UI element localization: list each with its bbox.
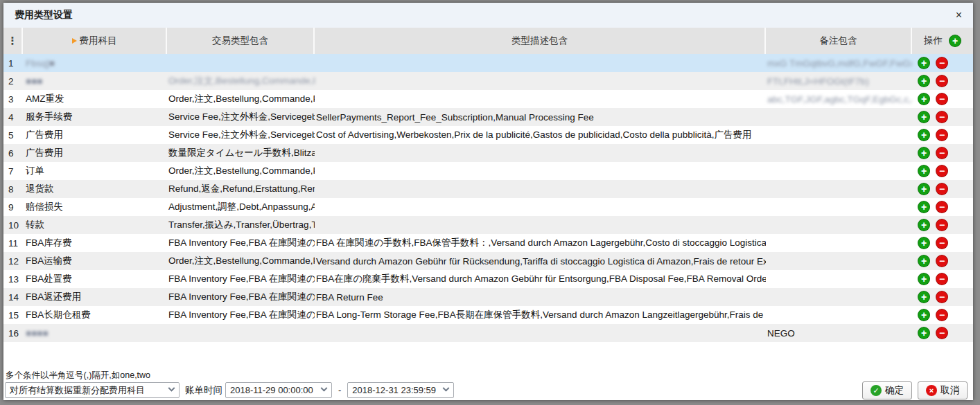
- add-row-button[interactable]: +: [918, 183, 930, 195]
- table-row[interactable]: 14 FBA返还费用 FBA Inventory Fee,FBA 在庫関連の手数…: [3, 288, 973, 306]
- cell-operations: + −: [912, 57, 973, 69]
- cell-transaction-type: Transfer,振込み,Transfer,Übertrag,Tra: [167, 219, 315, 231]
- drag-handle-icon[interactable]: ⋮: [3, 28, 23, 54]
- add-row-button[interactable]: +: [918, 93, 930, 105]
- table-row[interactable]: 3 AMZ重发 Order,注文,Bestellung,Commande,Pe …: [3, 90, 973, 108]
- add-row-button[interactable]: +: [918, 111, 930, 123]
- reassign-fee-subject-select[interactable]: 对所有结算数据重新分配费用科目: [5, 382, 180, 398]
- remove-row-button[interactable]: −: [936, 201, 948, 213]
- cell-operations: + −: [912, 93, 973, 105]
- table-row[interactable]: 9 赔偿损失 Adjustment,調整,Debt,Anpassung,Aj +…: [3, 198, 973, 216]
- cell-operations: + −: [912, 111, 973, 123]
- billing-date-from-select[interactable]: 2018-11-29 00:00:00: [225, 382, 332, 398]
- dialog-titlebar: 费用类型设置 ×: [3, 3, 973, 28]
- table-row[interactable]: 8 退货款 Refund,返金,Refund,Erstattung,Remb +…: [3, 180, 973, 198]
- column-header-note[interactable]: 备注包含: [766, 28, 912, 54]
- cell-operations: + −: [912, 291, 973, 303]
- add-row-button[interactable]: +: [918, 57, 930, 69]
- remove-row-button[interactable]: −: [936, 165, 948, 177]
- column-header-transaction-type[interactable]: 交易类型包含: [167, 28, 315, 54]
- table-row[interactable]: 1 Fbsq]■ mxG TmGqtbvG,mdfG,FwGF,FwGxG + …: [3, 54, 973, 72]
- remove-row-button[interactable]: −: [936, 255, 948, 267]
- remove-row-button[interactable]: −: [936, 291, 948, 303]
- add-row-button[interactable]: +: [918, 309, 930, 321]
- remove-row-button[interactable]: −: [936, 111, 948, 123]
- cell-note: NEGO: [766, 328, 912, 339]
- table-row[interactable]: 5 广告费用 Service Fee,注文外料金,Servicegebüh Co…: [3, 126, 973, 144]
- remove-row-button[interactable]: −: [936, 219, 948, 231]
- chevron-down-icon: [168, 385, 175, 392]
- add-row-button[interactable]: +: [918, 273, 930, 285]
- ok-button[interactable]: ✓ 确定: [862, 381, 912, 399]
- reassign-fee-subject-value: 对所有结算数据重新分配费用科目: [10, 384, 145, 397]
- remove-row-button[interactable]: −: [936, 309, 948, 321]
- table-row[interactable]: 2 ■■■ Order,注文,Bestellung,Commande,Pe FT…: [3, 72, 973, 90]
- column-header-type-description[interactable]: 类型描述包含: [315, 28, 766, 54]
- cell-type-description: FBA Long-Term Storage Fee,FBA長期在庫保管手数料,V…: [315, 309, 766, 321]
- table-row[interactable]: 11 FBA库存费 FBA Inventory Fee,FBA 在庫関連の手数 …: [3, 234, 973, 252]
- cell-transaction-type: Order,注文,Bestellung,Commande,Pe: [167, 165, 315, 177]
- dialog-title: 费用类型设置: [15, 9, 73, 21]
- cell-fee-subject: FBA处置费: [23, 273, 167, 285]
- remove-row-button[interactable]: −: [936, 75, 948, 87]
- remove-row-button[interactable]: −: [936, 327, 948, 339]
- cell-operations: + −: [912, 237, 973, 249]
- fee-type-settings-dialog: 费用类型设置 × ⋮ 费用科目 交易类型包含 类型描述包含 备注包含 操作 +: [3, 3, 973, 400]
- column-header-fee-subject[interactable]: 费用科目: [23, 28, 167, 54]
- column-header-fee-subject-label: 费用科目: [80, 35, 117, 47]
- remove-row-button[interactable]: −: [936, 93, 948, 105]
- cell-fee-subject: Fbsq]■: [23, 58, 167, 69]
- dialog-action-buttons: ✓ 确定 × 取消: [862, 381, 968, 399]
- remove-row-button[interactable]: −: [936, 273, 948, 285]
- cell-type-description: Cost of Advertising,Werbekosten,Prix de …: [315, 129, 766, 141]
- row-number: 9: [3, 202, 23, 213]
- add-row-button[interactable]: +: [918, 237, 930, 249]
- remove-row-button[interactable]: −: [936, 129, 948, 141]
- remove-row-button[interactable]: −: [936, 147, 948, 159]
- cell-operations: + −: [912, 147, 973, 159]
- table-row[interactable]: 7 订单 Order,注文,Bestellung,Commande,Pe + −: [3, 162, 973, 180]
- cancel-button[interactable]: × 取消: [918, 381, 968, 399]
- close-icon[interactable]: ×: [956, 9, 962, 21]
- column-header-operations-label: 操作: [924, 35, 943, 47]
- remove-row-button[interactable]: −: [936, 237, 948, 249]
- add-row-button[interactable]: +: [918, 201, 930, 213]
- table-row[interactable]: 10 转款 Transfer,振込み,Transfer,Übertrag,Tra…: [3, 216, 973, 234]
- remove-row-button[interactable]: −: [936, 183, 948, 195]
- billing-date-to-select[interactable]: 2018-12-31 23:59:59: [347, 382, 454, 398]
- billing-date-to-value: 2018-12-31 23:59:59: [352, 385, 436, 395]
- table-header: ⋮ 费用科目 交易类型包含 类型描述包含 备注包含 操作 +: [3, 28, 973, 54]
- footer-controls: 对所有结算数据重新分配费用科目 账单时间 2018-11-29 00:00:00…: [5, 382, 454, 398]
- table-row[interactable]: 4 服务手续费 Service Fee,注文外料金,Servicegebüh S…: [3, 108, 973, 126]
- add-new-row-button[interactable]: +: [949, 35, 961, 47]
- table-row[interactable]: 12 FBA运输费 Order,注文,Bestellung,Commande,P…: [3, 252, 973, 270]
- cell-note: abc,TGF,JGF,agbc,TGqF,EgbGc,c,agbc: [766, 94, 912, 105]
- add-row-button[interactable]: +: [918, 327, 930, 339]
- cell-operations: + −: [912, 309, 973, 321]
- cell-transaction-type: FBA Inventory Fee,FBA 在庫関連の手数: [167, 237, 315, 249]
- cell-fee-subject: 服务手续费: [23, 111, 167, 123]
- chevron-down-icon: [443, 385, 450, 392]
- row-number: 5: [3, 130, 23, 141]
- add-row-button[interactable]: +: [918, 147, 930, 159]
- cell-transaction-type: Refund,返金,Refund,Erstattung,Remb: [167, 183, 315, 195]
- cell-fee-subject: 转款: [23, 219, 167, 231]
- table-row[interactable]: 13 FBA处置费 FBA Inventory Fee,FBA 在庫関連の手数 …: [3, 270, 973, 288]
- add-row-button[interactable]: +: [918, 129, 930, 141]
- remove-row-button[interactable]: −: [936, 57, 948, 69]
- chevron-down-icon: [321, 385, 328, 392]
- table-row[interactable]: 15 FBA长期仓租费 FBA Inventory Fee,FBA 在庫関連の手…: [3, 306, 973, 324]
- table-row[interactable]: 16 ■■■■ NEGO + −: [3, 324, 973, 342]
- column-header-note-label: 备注包含: [820, 35, 857, 47]
- cell-operations: + −: [912, 165, 973, 177]
- add-row-button[interactable]: +: [918, 291, 930, 303]
- table-row[interactable]: 6 广告费用 数量限定タイムセール手数料,Blitzange + −: [3, 144, 973, 162]
- add-row-button[interactable]: +: [918, 219, 930, 231]
- add-row-button[interactable]: +: [918, 75, 930, 87]
- row-number: 13: [3, 274, 23, 285]
- add-row-button[interactable]: +: [918, 165, 930, 177]
- cell-note: mxG TmGqtbvG,mdfG,FwGF,FwGxG: [766, 58, 912, 69]
- add-row-button[interactable]: +: [918, 255, 930, 267]
- cell-operations: + −: [912, 183, 973, 195]
- cell-fee-subject: 广告费用: [23, 147, 167, 159]
